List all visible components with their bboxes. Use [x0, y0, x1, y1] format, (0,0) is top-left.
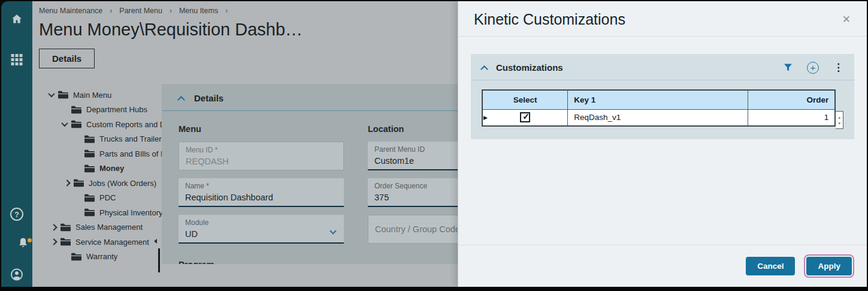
left-rail: ? — [1, 1, 32, 287]
details-section-title: Details — [194, 93, 223, 103]
apps-grid-icon[interactable] — [11, 54, 23, 65]
tree-item-jobs[interactable]: Jobs (Work Orders) — [39, 176, 162, 191]
row-checkbox-checked[interactable]: ✓ — [520, 112, 530, 122]
chevron-right-icon[interactable] — [50, 239, 57, 245]
field-label: Menu ID * — [186, 146, 337, 155]
tree-item-physical-inventory[interactable]: Physical Inventory an — [39, 205, 162, 220]
folder-icon — [58, 91, 68, 99]
tree-item-label: Department Hubs — [86, 105, 147, 114]
tree-item-sales-management[interactable]: Sales Management — [39, 220, 162, 235]
row-marker-icon: ▶ — [483, 115, 488, 121]
field-value: UD — [185, 228, 337, 241]
select-cell[interactable]: ▶ ✓ — [482, 110, 568, 126]
folder-icon — [84, 164, 95, 173]
tree-item-service-management[interactable]: Service Management — [39, 235, 162, 250]
tree-item-trucks-trailers[interactable]: Trucks and Trailers — [39, 132, 162, 147]
tree-item-label: Physical Inventory an — [99, 208, 162, 217]
folder-icon — [61, 223, 71, 232]
field-value: REQDASH — [186, 155, 337, 168]
tree-item-label: PDC — [99, 193, 116, 202]
app-window: ? Menu Maintenance › Parent Menu › Menu … — [0, 0, 868, 291]
module-select[interactable]: Module UD — [179, 215, 344, 244]
folder-icon — [71, 106, 81, 114]
group-title-menu: Menu — [179, 124, 344, 134]
kinetic-customizations-panel: Kinetic Customizations ✕ Customizations … — [458, 1, 867, 287]
folder-icon — [84, 208, 95, 217]
folder-icon — [61, 238, 71, 246]
key1-cell[interactable]: ReqDash_v1 — [568, 110, 748, 126]
tree-item-department-hubs[interactable]: Department Hubs — [39, 103, 162, 118]
tree-item-label: Jobs (Work Orders) — [89, 179, 156, 188]
menu-tree: Main Menu Department Hubs Custom Reports… — [39, 84, 162, 264]
chevron-right-icon[interactable] — [50, 224, 57, 230]
notifications-bell-icon[interactable] — [17, 241, 29, 251]
breadcrumb-menu-maintenance[interactable]: Menu Maintenance — [39, 7, 102, 15]
column-header-select[interactable]: Select — [482, 90, 568, 110]
tree-item-label: Warranty — [86, 252, 117, 261]
home-icon[interactable] — [10, 13, 23, 28]
chevron-right-icon[interactable] — [63, 180, 70, 187]
field-label: Name * — [185, 182, 337, 191]
overflow-menu-icon[interactable]: ⋮ — [833, 61, 843, 74]
breadcrumb-separator-icon: › — [170, 7, 172, 15]
field-label: Country / Group Code — [375, 224, 460, 235]
customizations-card: Customizations + ⋮ Select — [471, 54, 854, 139]
folder-icon — [84, 194, 95, 202]
grid-row[interactable]: ▶ ✓ ReqDash_v1 1 — [482, 110, 835, 126]
tree-item-main-menu[interactable]: Main Menu — [39, 88, 162, 103]
order-cell[interactable]: 1 — [748, 110, 836, 126]
chevron-down-icon[interactable] — [61, 120, 68, 127]
help-icon[interactable]: ? — [10, 208, 23, 221]
tree-item-label: Custom Reports and Das — [86, 120, 162, 129]
tab-details[interactable]: Details — [39, 49, 95, 68]
filter-icon[interactable] — [784, 63, 793, 72]
breadcrumb-separator-icon: › — [110, 7, 112, 15]
tree-scrollbar-thumb[interactable] — [158, 248, 160, 272]
menu-id-field: Menu ID * REQDASH — [179, 142, 344, 170]
page-title: Menu Money\Requisition Dashb… — [39, 20, 365, 40]
cancel-button[interactable]: Cancel — [746, 257, 795, 275]
name-field[interactable]: Name * Requisition Dashboard — [179, 178, 344, 207]
folder-icon — [71, 120, 81, 128]
folder-icon — [84, 149, 95, 158]
grid-header-row: Select Key 1 Order — [482, 90, 835, 110]
order-spinner[interactable]: ▲ ▼ — [836, 111, 843, 129]
close-icon[interactable]: ✕ — [842, 14, 851, 25]
column-header-key1[interactable]: Key 1 — [568, 90, 748, 110]
tree-item-label: Parts and BIlls of Mate — [99, 149, 162, 158]
customizations-grid: Select Key 1 Order ▶ ✓ Req — [482, 89, 836, 127]
folder-icon — [84, 135, 95, 143]
add-row-icon[interactable]: + — [807, 62, 819, 74]
field-label: Module — [185, 218, 337, 228]
tree-item-label: Main Menu — [73, 91, 111, 100]
chevron-down-icon[interactable] — [48, 91, 55, 97]
user-profile-icon[interactable] — [10, 268, 24, 284]
column-header-order[interactable]: Order — [748, 90, 836, 110]
notification-dot — [28, 238, 32, 242]
folder-icon — [71, 253, 81, 261]
tree-item-label: Trucks and Trailers — [99, 134, 162, 143]
spinner-down-icon[interactable]: ▼ — [837, 121, 841, 125]
collapse-chevron-up-icon[interactable] — [480, 65, 488, 73]
breadcrumb-menu-items[interactable]: Menu Items — [179, 7, 218, 15]
tree-item-warranty[interactable]: Warranty — [39, 250, 162, 265]
field-value: Requisition Dashboard — [185, 191, 337, 204]
breadcrumb-parent-menu[interactable]: Parent Menu — [119, 7, 162, 15]
tree-item-custom-reports[interactable]: Custom Reports and Das — [39, 117, 162, 132]
panel-footer: Cancel Apply — [458, 245, 867, 287]
tree-item-pdc[interactable]: PDC — [39, 191, 162, 206]
tree-item-label: Service Management — [75, 238, 149, 247]
panel-title: Kinetic Customizations — [474, 11, 625, 28]
tree-item-money[interactable]: Money — [39, 161, 162, 176]
splitter-collapse-icon[interactable] — [154, 239, 157, 244]
folder-icon — [74, 179, 84, 187]
tree-item-label: Sales Management — [75, 223, 143, 232]
customizations-section-title: Customizations — [496, 62, 563, 73]
collapse-chevron-up-icon[interactable] — [177, 96, 185, 104]
spinner-up-icon[interactable]: ▲ — [837, 115, 841, 119]
tree-item-parts-bills[interactable]: Parts and BIlls of Mate — [39, 146, 162, 161]
tree-item-label-selected: Money — [99, 164, 124, 173]
apply-button[interactable]: Apply — [806, 257, 852, 275]
breadcrumb-separator-icon: › — [225, 7, 228, 15]
